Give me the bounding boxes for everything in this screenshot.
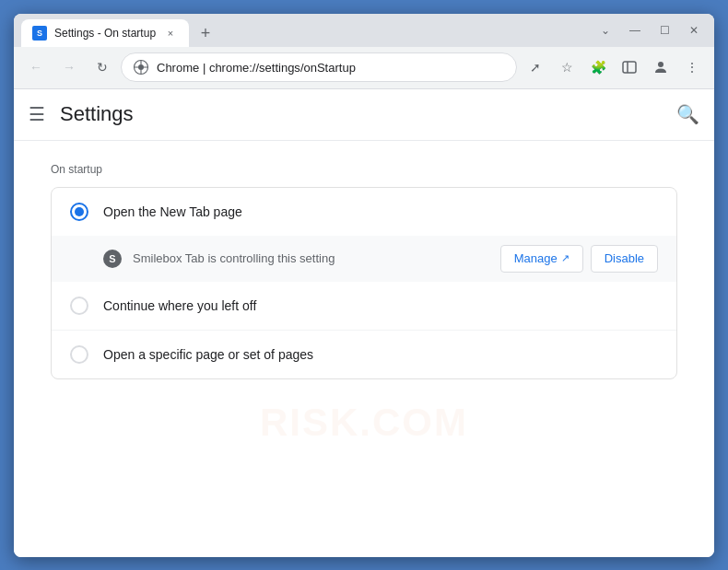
section-title: On startup (51, 163, 677, 176)
profile-button[interactable] (646, 52, 675, 82)
options-card: Open the New Tab page S Smilebox Tab is … (51, 187, 677, 379)
address-separator: | (203, 61, 209, 75)
option-continue[interactable]: Continue where you left off (52, 282, 676, 330)
titlebar: S Settings - On startup × + ⌄ — ☐ ✕ (14, 14, 714, 47)
share-button[interactable]: ➚ (521, 52, 550, 82)
option-new-tab-label: Open the New Tab page (103, 204, 658, 219)
toolbar: ← → ↻ Chrome | chrome://settings/onStart… (14, 47, 714, 89)
settings-page: ☰ Settings 🔍 PC RISK.COM On startup Open… (14, 89, 714, 557)
smilebox-actions: Manage ↗ Disable (500, 245, 658, 273)
option-specific-label: Open a specific page or set of pages (103, 347, 658, 362)
bookmark-button[interactable]: ☆ (552, 52, 581, 82)
radio-specific[interactable] (70, 345, 88, 364)
svg-point-8 (658, 62, 663, 67)
svg-rect-6 (623, 62, 636, 73)
maximize-button[interactable]: ☐ (652, 17, 677, 43)
tab-close-button[interactable]: × (163, 26, 178, 41)
settings-menu-icon[interactable]: ☰ (29, 103, 45, 125)
sidebar-button[interactable] (615, 52, 644, 82)
address-text: Chrome | chrome://settings/onStartup (157, 61, 505, 75)
extensions-button[interactable]: 🧩 (583, 52, 613, 82)
close-button[interactable]: ✕ (681, 17, 707, 43)
dropdown-button[interactable]: ⌄ (593, 17, 618, 43)
tab-title: Settings - On startup (54, 27, 156, 40)
external-link-icon: ↗ (561, 252, 569, 264)
radio-new-tab-inner (75, 207, 84, 216)
radio-continue[interactable] (70, 297, 88, 315)
browser-window: S Settings - On startup × + ⌄ — ☐ ✕ ← → … (14, 14, 714, 557)
disable-button[interactable]: Disable (591, 245, 658, 273)
settings-content: PC RISK.COM On startup Open the New Tab … (14, 141, 714, 557)
option-continue-label: Continue where you left off (103, 298, 658, 313)
site-icon (133, 59, 149, 76)
address-bar[interactable]: Chrome | chrome://settings/onStartup (121, 52, 517, 82)
svg-point-1 (138, 64, 144, 70)
tab-area: S Settings - On startup × + (21, 14, 593, 47)
active-tab[interactable]: S Settings - On startup × (21, 19, 189, 47)
radio-new-tab[interactable] (70, 203, 88, 221)
address-path: /onStartup (300, 61, 356, 75)
settings-search-button[interactable]: 🔍 (676, 103, 699, 125)
watermark-risk: RISK.COM (260, 401, 468, 445)
option-new-tab[interactable]: Open the New Tab page (52, 188, 676, 236)
back-button[interactable]: ← (21, 52, 51, 82)
tab-favicon: S (32, 26, 47, 41)
settings-header: ☰ Settings 🔍 (14, 89, 714, 141)
new-tab-button[interactable]: + (193, 21, 218, 47)
option-specific[interactable]: Open a specific page or set of pages (52, 330, 676, 378)
minimize-button[interactable]: — (622, 17, 648, 43)
smilebox-icon: S (103, 250, 122, 268)
smilebox-sub-row: S Smilebox Tab is controlling this setti… (52, 236, 676, 282)
smilebox-label: Smilebox Tab is controlling this setting (133, 251, 500, 265)
settings-title: Settings (60, 102, 676, 126)
address-domain: chrome://settings (209, 61, 300, 75)
window-controls: ⌄ — ☐ ✕ (593, 17, 707, 43)
address-scheme: Chrome (157, 61, 199, 75)
forward-button[interactable]: → (54, 52, 84, 82)
manage-button[interactable]: Manage ↗ (500, 245, 583, 273)
toolbar-actions: ➚ ☆ 🧩 ⋮ (521, 52, 707, 82)
reload-button[interactable]: ↻ (88, 52, 117, 82)
chrome-menu-button[interactable]: ⋮ (677, 52, 707, 82)
